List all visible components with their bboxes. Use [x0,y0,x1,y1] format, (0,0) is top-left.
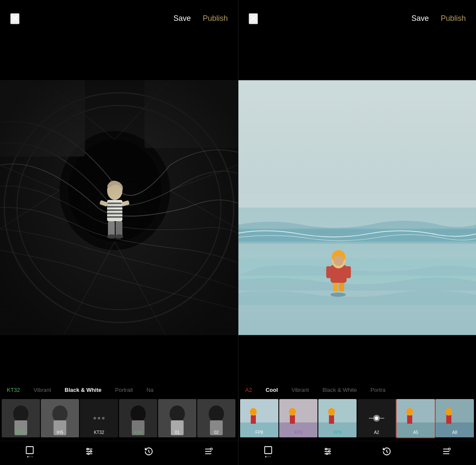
svg-rect-44 [26,447,34,454]
filter-thumb-a5-label: A5 [397,430,435,435]
filter-thumb-02[interactable]: 02 [197,399,235,437]
left-tool-frame[interactable] [25,445,34,457]
filter-thumb-kp2-label: KP2 [279,430,317,435]
filter-thumb-kt32-label: KT32 [80,430,118,435]
filter-thumb-kp2[interactable]: KP2 [279,399,317,437]
svg-point-56 [210,448,212,450]
filter-thumb-a8-label: A8 [436,430,474,435]
svg-point-98 [328,451,330,452]
right-topbar: ✕ Save Publish [238,0,476,37]
svg-point-42 [209,405,224,422]
filter-cat-cool[interactable]: Cool [259,385,285,395]
right-save-button[interactable]: Save [411,14,429,23]
left-close-button[interactable]: ✕ [10,13,20,24]
svg-point-97 [325,448,327,450]
svg-point-39 [170,405,185,422]
right-bottom-section: A2 Cool Vibrant Black & White Portra FP8 [238,378,476,465]
left-tool-sliders[interactable] [85,447,94,456]
svg-point-105 [448,448,450,450]
filter-thumb-a8[interactable]: A8 [436,399,474,437]
left-frame-dots [27,456,33,457]
svg-point-73 [250,408,257,416]
filter-cat-portra[interactable]: Portra [364,385,392,395]
filter-cat-na[interactable]: Na [140,385,161,395]
svg-point-49 [90,451,92,452]
svg-point-92 [445,408,452,416]
svg-point-81 [328,408,335,416]
right-close-button[interactable]: ✕ [249,13,258,24]
svg-point-48 [87,448,89,450]
filter-thumb-a2-label: A2 [357,430,396,435]
filter-thumb-kp9[interactable]: KP9 [318,399,357,437]
svg-point-77 [289,408,296,416]
left-bottom-toolbar [0,441,238,465]
left-tool-layers[interactable] [204,447,213,456]
svg-point-36 [130,405,146,422]
filter-thumb-kx4-label: KX4 [119,430,157,435]
left-tool-history[interactable] [144,447,153,456]
svg-point-99 [326,453,328,455]
filter-thumb-02-label: 02 [197,430,235,435]
svg-rect-91 [446,415,451,424]
svg-point-84 [375,417,378,420]
svg-point-88 [406,408,413,416]
left-filter-thumbs: FN16 IH5 KT32 [0,399,238,441]
right-publish-button[interactable]: Publish [441,14,466,23]
right-tool-history[interactable] [382,447,391,456]
svg-rect-28 [0,80,238,335]
left-photo-area [0,37,238,378]
filter-thumb-a2[interactable]: A2 [357,399,396,437]
right-filter-thumbs: FP8 KP2 KP9 [238,399,476,441]
svg-rect-69 [238,80,476,335]
left-panel: ✕ Save Publish [0,0,238,465]
left-bottom-section: KT32 Vibrant Black & White Portrait Na F… [0,378,238,465]
right-panel: ✕ Save Publish [238,0,476,465]
right-bottom-toolbar [238,441,476,465]
svg-point-30 [13,405,28,422]
filter-cat-a2[interactable]: A2 [238,385,259,395]
svg-rect-93 [265,447,272,454]
filter-thumb-a5[interactable]: A5 [397,399,435,437]
filter-thumb-kx4[interactable]: KX4 [119,399,157,437]
filter-cat-bw[interactable]: Black & White [58,385,108,395]
filter-cat-bw-r[interactable]: Black & White [316,385,364,395]
left-publish-button[interactable]: Publish [203,14,228,23]
filter-thumb-ih5[interactable]: IH5 [41,399,79,437]
svg-line-52 [149,452,150,453]
left-topbar: ✕ Save Publish [0,0,238,37]
filter-cat-vibrant[interactable]: Vibrant [27,385,58,395]
svg-line-101 [387,452,388,453]
filter-thumb-fn16[interactable]: FN16 [2,399,40,437]
filter-thumb-kp9-label: KP9 [318,430,357,435]
left-topbar-actions: Save Publish [173,14,228,23]
filter-thumb-fp8[interactable]: FP8 [240,399,278,437]
right-photo-area [238,37,476,378]
right-tool-layers[interactable] [442,447,451,456]
filter-thumb-01-label: 01 [158,430,196,435]
svg-rect-80 [329,415,334,424]
left-save-button[interactable]: Save [173,14,191,23]
right-frame-dots [265,456,271,457]
svg-rect-72 [251,415,256,424]
filter-cat-kt32[interactable]: KT32 [0,385,27,395]
filter-cat-portrait[interactable]: Portrait [108,385,140,395]
svg-rect-87 [407,415,412,424]
right-topbar-actions: Save Publish [411,14,466,23]
left-filter-categories: KT32 Vibrant Black & White Portrait Na [0,378,238,399]
right-tool-sliders[interactable] [323,447,332,456]
filter-cat-vibrant-r[interactable]: Vibrant [285,385,316,395]
svg-point-33 [52,405,68,422]
filter-thumb-fp8-label: FP8 [240,430,278,435]
three-dots [94,417,105,419]
svg-point-50 [88,453,89,455]
filter-thumb-ih5-label: IH5 [41,430,79,435]
filter-thumb-fn16-label: FN16 [2,430,40,435]
filter-thumb-kt32[interactable]: KT32 [80,399,118,437]
svg-rect-76 [290,415,295,424]
filter-thumb-01[interactable]: 01 [158,399,196,437]
right-tool-frame[interactable] [264,445,273,457]
right-filter-categories: A2 Cool Vibrant Black & White Portra [238,378,476,399]
